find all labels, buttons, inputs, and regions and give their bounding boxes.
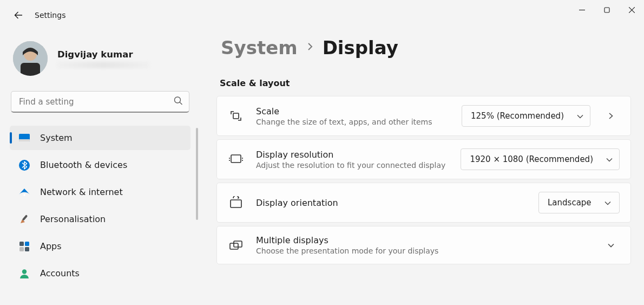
- setting-row-resolution: Display resolution Adjust the resolution…: [216, 139, 631, 179]
- window-controls: [569, 0, 644, 20]
- minimize-button[interactable]: [569, 0, 594, 20]
- svg-rect-19: [233, 113, 239, 119]
- profile-email-redacted: [57, 62, 149, 68]
- search-box[interactable]: [11, 91, 189, 113]
- sidebar-item-bluetooth[interactable]: Bluetooth & devices: [10, 153, 190, 177]
- svg-point-7: [175, 97, 181, 103]
- section-title: Scale & layout: [216, 73, 631, 96]
- setting-title: Multiple displays: [256, 235, 590, 245]
- profile-name: Digvijay kumar: [57, 49, 149, 60]
- setting-title: Display orientation: [256, 198, 527, 208]
- app-title: Settings: [35, 11, 65, 20]
- svg-rect-20: [231, 155, 241, 163]
- svg-rect-13: [22, 215, 28, 221]
- svg-point-12: [23, 194, 25, 196]
- main-content: System Display Scale & layout Scale Chan…: [216, 30, 631, 305]
- setting-desc: Adjust the resolution to fit your connec…: [256, 161, 449, 170]
- expand-button[interactable]: [602, 243, 620, 248]
- back-button[interactable]: [8, 4, 29, 26]
- svg-rect-16: [19, 247, 24, 251]
- scale-dropdown[interactable]: 125% (Recommended): [462, 105, 590, 127]
- dropdown-value: Landscape: [548, 198, 592, 207]
- setting-row-multiple-displays[interactable]: Multiple displays Choose the presentatio…: [216, 226, 631, 264]
- setting-row-scale: Scale Change the size of text, apps, and…: [216, 96, 631, 136]
- multiple-displays-icon: [228, 239, 244, 251]
- svg-rect-1: [604, 8, 609, 12]
- breadcrumb-current: Display: [323, 37, 398, 59]
- scale-icon: [228, 109, 244, 123]
- svg-rect-10: [19, 139, 30, 141]
- setting-desc: Choose the presentation mode for your di…: [256, 246, 590, 255]
- svg-rect-21: [231, 200, 241, 207]
- resolution-dropdown[interactable]: 1920 × 1080 (Recommended): [461, 148, 620, 170]
- app-header: Settings: [0, 0, 65, 30]
- sidebar-item-system[interactable]: System: [10, 126, 190, 150]
- chevron-down-icon: [606, 154, 613, 164]
- dropdown-value: 1920 × 1080 (Recommended): [470, 154, 593, 164]
- profile-block[interactable]: Digvijay kumar: [10, 36, 190, 89]
- svg-rect-14: [19, 242, 24, 246]
- orientation-icon: [228, 196, 244, 209]
- close-button[interactable]: [619, 0, 644, 20]
- maximize-button[interactable]: [594, 0, 619, 20]
- sidebar-item-apps[interactable]: Apps: [10, 234, 190, 258]
- dropdown-value: 125% (Recommended): [471, 111, 564, 121]
- breadcrumb-parent[interactable]: System: [221, 37, 298, 59]
- apps-icon: [18, 241, 30, 252]
- person-icon: [18, 268, 30, 280]
- chevron-down-icon: [604, 198, 611, 207]
- sidebar-nav: System Bluetooth & devices Network & int…: [10, 126, 190, 285]
- sidebar-item-label: Apps: [40, 241, 62, 251]
- svg-line-8: [180, 102, 182, 105]
- setting-row-orientation: Display orientation Landscape: [216, 183, 631, 223]
- avatar: [13, 41, 48, 76]
- sidebar-item-accounts[interactable]: Accounts: [10, 261, 190, 285]
- sidebar-item-personalisation[interactable]: Personalisation: [10, 207, 190, 231]
- setting-title: Display resolution: [256, 150, 449, 160]
- wifi-icon: [18, 186, 30, 198]
- chevron-down-icon: [577, 111, 583, 121]
- resolution-icon: [228, 153, 244, 165]
- orientation-dropdown[interactable]: Landscape: [538, 192, 620, 213]
- search-icon: [174, 96, 183, 108]
- sidebar-item-label: Personalisation: [40, 214, 106, 224]
- sidebar: Digvijay kumar System Bluetooth & device…: [0, 30, 200, 305]
- sidebar-item-network[interactable]: Network & internet: [10, 180, 190, 204]
- svg-rect-17: [25, 247, 29, 251]
- setting-desc: Change the size of text, apps, and other…: [256, 118, 450, 126]
- breadcrumb: System Display: [216, 30, 631, 73]
- svg-point-18: [22, 269, 27, 274]
- paintbrush-icon: [18, 213, 30, 225]
- sidebar-scrollbar[interactable]: [196, 128, 198, 220]
- expand-button[interactable]: [602, 112, 620, 120]
- chevron-right-icon: [306, 40, 314, 55]
- setting-title: Scale: [256, 106, 450, 116]
- system-icon: [18, 132, 30, 144]
- svg-rect-15: [25, 242, 29, 246]
- bluetooth-icon: [18, 159, 30, 171]
- sidebar-item-label: Bluetooth & devices: [40, 160, 127, 170]
- sidebar-item-label: Accounts: [40, 268, 80, 278]
- search-input[interactable]: [11, 91, 189, 113]
- svg-rect-6: [21, 63, 40, 76]
- sidebar-item-label: Network & internet: [40, 187, 123, 197]
- sidebar-item-label: System: [40, 133, 73, 143]
